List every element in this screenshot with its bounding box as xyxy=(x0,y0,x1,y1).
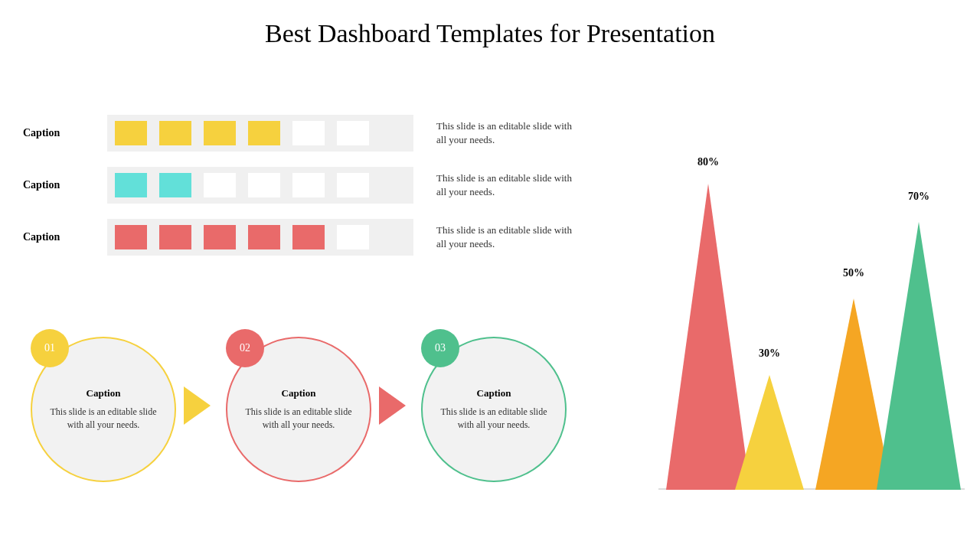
circle-item: Caption This slide is an editable slide … xyxy=(413,329,567,482)
circle-caption: Caption xyxy=(87,387,121,399)
rating-cell-empty xyxy=(292,173,325,197)
cone-label: 80% xyxy=(685,156,731,168)
rating-cell-empty xyxy=(337,225,369,249)
arrow-icon xyxy=(379,386,406,425)
rating-cell-filled xyxy=(204,121,236,145)
rating-cell-filled xyxy=(115,225,147,249)
rating-desc: This slide is an editable slide with all… xyxy=(436,171,574,199)
circle-desc: This slide is an editable slide with all… xyxy=(47,406,159,432)
arrow-icon xyxy=(184,386,211,425)
rating-cell-filled xyxy=(248,121,280,145)
circle-badge: 03 xyxy=(421,329,459,367)
rating-cell-filled xyxy=(204,225,236,249)
rating-cell-filled xyxy=(115,121,147,145)
rating-cell-filled xyxy=(159,173,191,197)
rating-cell-filled xyxy=(292,225,325,249)
rating-desc: This slide is an editable slide with all… xyxy=(436,119,574,147)
rating-row: Caption This slide is an editable slide … xyxy=(23,219,612,256)
cone-label: 30% xyxy=(746,347,792,360)
rating-bar xyxy=(107,167,413,204)
rating-cell-filled xyxy=(248,225,280,249)
rating-cell-empty xyxy=(248,173,280,197)
cone-chart: 80% 30% 50% 70% xyxy=(658,115,965,490)
rating-desc: This slide is an editable slide with all… xyxy=(436,223,574,251)
circle-badge: 01 xyxy=(31,329,69,367)
rating-cell-empty xyxy=(337,121,369,145)
cone-yellow xyxy=(735,375,804,490)
circle-item: Caption This slide is an editable slide … xyxy=(218,329,371,482)
page-title: Best Dashboard Templates for Presentatio… xyxy=(0,0,980,48)
rating-label: Caption xyxy=(23,179,107,191)
rating-row: Caption This slide is an editable slide … xyxy=(23,115,612,152)
rating-cell-empty xyxy=(337,173,369,197)
cone-label: 50% xyxy=(831,267,877,279)
circle-item: Caption This slide is an editable slide … xyxy=(23,329,176,482)
cone-green xyxy=(877,222,961,490)
cone-label: 70% xyxy=(896,191,942,203)
rating-label: Caption xyxy=(23,127,107,139)
rating-bar xyxy=(107,115,413,152)
circle-caption: Caption xyxy=(477,387,511,399)
svg-marker-1 xyxy=(735,375,804,490)
circle-badge: 02 xyxy=(226,329,264,367)
circles-section: Caption This slide is an editable slide … xyxy=(23,329,567,482)
rating-bar xyxy=(107,219,413,256)
rating-cell-empty xyxy=(292,121,325,145)
svg-marker-3 xyxy=(877,222,961,490)
ratings-section: Caption This slide is an editable slide … xyxy=(23,115,612,271)
rating-cell-filled xyxy=(115,173,147,197)
rating-cell-filled xyxy=(159,121,191,145)
circle-caption: Caption xyxy=(282,387,316,399)
circle-desc: This slide is an editable slide with all… xyxy=(438,406,550,432)
circle-desc: This slide is an editable slide with all… xyxy=(243,406,354,432)
rating-label: Caption xyxy=(23,231,107,243)
rating-cell-empty xyxy=(204,173,236,197)
rating-cell-filled xyxy=(159,225,191,249)
rating-row: Caption This slide is an editable slide … xyxy=(23,167,612,204)
